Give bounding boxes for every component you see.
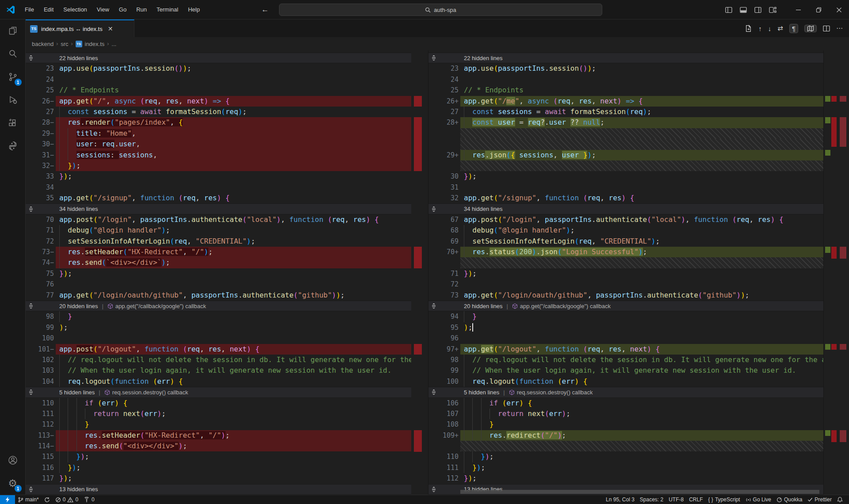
code-line[interactable]: 26−app.get("/", async (req, res, next) =… (26, 96, 411, 107)
hidden-lines-row[interactable]: 34 hidden lines (428, 203, 823, 214)
overview-ruler[interactable] (823, 50, 849, 495)
toggle-sidebar-icon[interactable] (725, 7, 732, 13)
run-debug-icon[interactable] (0, 88, 26, 111)
tab-close-icon[interactable]: ✕ (108, 25, 113, 32)
code-line[interactable]: 102// req.logout will not delete the ses… (26, 355, 411, 365)
hidden-lines-row[interactable]: 20 hidden lines|app.get("/callback/googl… (428, 301, 823, 311)
code-line[interactable]: 33}); (26, 171, 411, 182)
code-line[interactable]: 99// When the user login again, it will … (428, 365, 823, 376)
unfold-icon[interactable] (428, 204, 439, 214)
menu-terminal[interactable]: Terminal (152, 4, 183, 15)
python-extension-icon[interactable] (0, 134, 26, 157)
code-line[interactable]: 111return next(err); (26, 409, 411, 419)
code-line[interactable]: 68debug("@login handler"); (428, 225, 823, 236)
split-editor-icon[interactable] (823, 25, 830, 32)
menu-run[interactable]: Run (131, 4, 152, 15)
prettier-status[interactable]: Prettier (805, 495, 834, 504)
hidden-lines-row[interactable]: 13 hidden lines (26, 484, 411, 495)
code-line[interactable]: 70+res.status(200).json("Login Successfu… (428, 247, 823, 257)
code-line[interactable]: 98} (26, 311, 411, 322)
quokka-status[interactable]: Quokka (774, 495, 805, 504)
code-line[interactable]: 111}); (428, 462, 823, 473)
code-line[interactable]: 77app.get("/login/oauth/github", passpor… (26, 290, 411, 301)
breadcrumb-item[interactable]: index.ts (85, 41, 105, 47)
code-line[interactable]: 116}); (26, 462, 411, 473)
unfold-icon[interactable] (428, 53, 439, 63)
unfold-icon[interactable] (428, 301, 439, 311)
code-line[interactable]: 26+app.get("/me", async (req, res, next)… (428, 96, 823, 107)
hidden-lines-context[interactable]: req.session.destroy() callback (509, 389, 593, 396)
code-line[interactable]: 23app.use(passportIns.session()); (428, 63, 823, 74)
problems-status[interactable]: 0 0 (53, 495, 81, 504)
code-line[interactable]: 29+res.json({ sessions, user }); (428, 150, 823, 160)
hidden-lines-row[interactable]: 34 hidden lines (26, 203, 411, 214)
diff-sash[interactable] (411, 50, 428, 495)
command-center-search[interactable]: auth-spa (279, 4, 602, 16)
ports-status[interactable]: 0 (81, 495, 97, 504)
minimize-button[interactable] (788, 0, 808, 19)
code-line[interactable]: 75}); (26, 268, 411, 279)
go-live-status[interactable]: Go Live (743, 495, 774, 504)
extensions-icon[interactable] (0, 111, 26, 134)
code-line[interactable]: 114−res.send("<div></div>"); (26, 441, 411, 451)
search-sidebar-icon[interactable] (0, 42, 26, 65)
notifications-status[interactable] (834, 495, 845, 504)
account-icon[interactable] (0, 449, 26, 472)
code-line[interactable]: 108} (428, 419, 823, 430)
menu-view[interactable]: View (92, 4, 114, 15)
code-line[interactable]: 99); (26, 322, 411, 333)
code-line[interactable]: 112}); (428, 473, 823, 484)
source-control-icon[interactable]: 1 (0, 65, 26, 88)
open-file-icon[interactable] (745, 25, 752, 32)
code-line[interactable]: 73−res.setHeader("HX-Redirect", "/"); (26, 247, 411, 257)
code-line[interactable]: 71debug("@login handler"); (26, 225, 411, 236)
unfold-icon[interactable] (26, 387, 36, 397)
code-line[interactable]: 76 (26, 279, 411, 290)
code-line[interactable]: 103// When the user login again, it will… (26, 365, 411, 376)
menu-help[interactable]: Help (183, 4, 205, 15)
code-line[interactable]: 107return next(err); (428, 409, 823, 419)
code-line[interactable]: 30}); (428, 171, 823, 182)
hidden-lines-context[interactable]: req.session.destroy() callback (104, 389, 188, 396)
code-line[interactable]: 34 (26, 182, 411, 193)
code-line[interactable]: 74−res.send(`<div></div>`); (26, 257, 411, 268)
hidden-lines-row[interactable]: 5 hidden lines|req.session.destroy() cal… (26, 387, 411, 397)
code-line[interactable]: 27const sessions = await formatSession(r… (428, 107, 823, 117)
hidden-lines-context[interactable]: app.get("/callback/google") callback (512, 303, 611, 309)
code-line[interactable]: 106if (err) { (428, 398, 823, 409)
eol-status[interactable]: CRLF (686, 495, 705, 504)
code-line[interactable]: 101−app.post("/logout", function (req, r… (26, 344, 411, 355)
toggle-panel-icon[interactable] (740, 7, 747, 13)
next-change-icon[interactable]: ↓ (768, 25, 772, 32)
code-line[interactable]: 70app.post("/login", passportIns.authent… (26, 214, 411, 225)
customize-layout-icon[interactable] (769, 7, 776, 13)
code-line[interactable]: 72setSessionInfoAfterLogin(req, "CREDENT… (26, 236, 411, 247)
code-line[interactable]: 98// req.logout will not delete the sess… (428, 355, 823, 365)
nav-back-icon[interactable]: ← (261, 5, 269, 14)
code-line[interactable]: 110}); (428, 451, 823, 462)
hidden-lines-context[interactable]: app.get("/callback/google") callback (107, 303, 206, 309)
hidden-lines-row[interactable]: 20 hidden lines|app.get("/callback/googl… (26, 301, 411, 311)
code-line[interactable]: 24 (26, 74, 411, 85)
code-line[interactable]: 100 (26, 333, 411, 344)
branch-status[interactable]: main* (15, 495, 42, 504)
code-line[interactable]: 104req.logout(function (err) { (26, 376, 411, 387)
code-line[interactable]: 28+const user = req?.user ?? null; (428, 117, 823, 128)
code-line[interactable]: 73app.get("/login/oauth/github", passpor… (428, 290, 823, 301)
hidden-lines-row[interactable]: 5 hidden lines|req.session.destroy() cal… (428, 387, 823, 397)
code-line[interactable]: 32−}); (26, 160, 411, 171)
code-line[interactable]: 72 (428, 279, 823, 290)
show-whitespace-icon[interactable]: ¶ (789, 24, 798, 33)
unfold-icon[interactable] (428, 485, 439, 494)
remote-indicator[interactable] (0, 495, 15, 504)
unfold-icon[interactable] (26, 485, 36, 494)
unfold-icon[interactable] (428, 387, 439, 397)
code-line[interactable]: 24 (428, 74, 823, 85)
toggle-secondary-sidebar-icon[interactable] (754, 7, 761, 13)
menu-edit[interactable]: Edit (39, 4, 58, 15)
code-line[interactable]: 71}); (428, 268, 823, 279)
code-line[interactable]: 29−title: "Home", (26, 128, 411, 139)
code-line[interactable]: 113−res.setHeader("HX-Redirect", "/"); (26, 430, 411, 441)
breadcrumb-item[interactable]: src (61, 41, 68, 47)
collapse-unchanged-regions-icon[interactable] (804, 25, 817, 32)
